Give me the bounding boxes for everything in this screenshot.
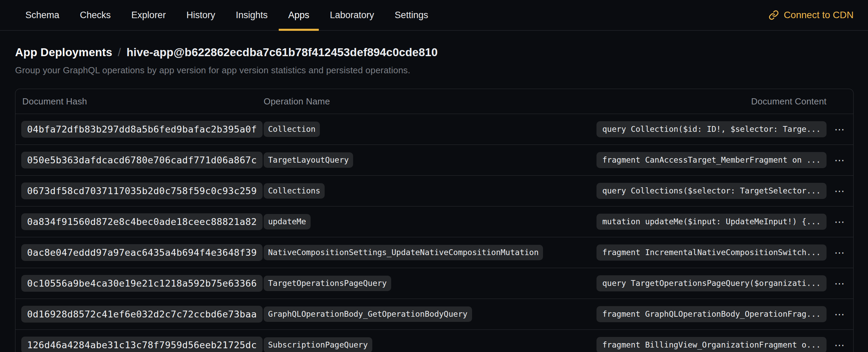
document-content: query Collection($id: ID!, $selector: Ta… — [596, 121, 827, 137]
tab-checks[interactable]: Checks — [70, 0, 120, 30]
row-menu-button[interactable]: ⋯ — [831, 215, 849, 229]
operation-name: GraphQLOperationBody_GetOperationBodyQue… — [264, 306, 472, 322]
breadcrumb-app-deployments[interactable]: App Deployments — [15, 46, 112, 59]
row-menu-button[interactable]: ⋯ — [831, 246, 849, 260]
ellipsis-icon: ⋯ — [834, 308, 845, 320]
ellipsis-icon: ⋯ — [834, 277, 845, 289]
table-row: 0c10556a9be4ca30e19e21c1218a592b75e63366… — [15, 268, 853, 299]
page-subtitle: Group your GraphQL operations by app ver… — [15, 65, 853, 76]
document-content: fragment GraphQLOperationBody_OperationF… — [596, 306, 827, 322]
table-row: 0673df58cd7037117035b2d0c758f59c0c93c259… — [15, 175, 853, 206]
tab-insights[interactable]: Insights — [226, 0, 277, 30]
ellipsis-icon: ⋯ — [834, 123, 845, 135]
operation-name: updateMe — [264, 214, 311, 229]
operation-name: Collections — [264, 183, 325, 199]
table-header-row: Document Hash Operation Name Document Co… — [15, 89, 853, 114]
column-header-operation-name: Operation Name — [264, 96, 587, 107]
ellipsis-icon: ⋯ — [834, 247, 845, 259]
table-row: 04bfa72dfb83b297dd8a5b6fed9bafac2b395a0f… — [15, 114, 853, 144]
document-hash: 0673df58cd7037117035b2d0c758f59c0c93c259 — [21, 183, 263, 199]
document-hash: 050e5b363dafdcacd6780e706cadf771d06a867c — [21, 152, 263, 168]
table-row: 0ac8e047eddd97a97eac6435a4b694f4e3648f39… — [15, 237, 853, 268]
link-icon — [769, 10, 779, 20]
table-row: 050e5b363dafdcacd6780e706cadf771d06a867c… — [15, 144, 853, 175]
page-head: App Deployments / hive-app@b622862ecdba7… — [0, 31, 868, 76]
connect-to-cdn-button[interactable]: Connect to CDN — [769, 0, 868, 30]
document-hash: 0d16928d8572c41ef6e032d2c7c72ccbd6e73baa — [21, 306, 263, 323]
tab-explorer[interactable]: Explorer — [122, 0, 176, 30]
document-hash: 0c10556a9be4ca30e19e21c1218a592b75e63366 — [21, 275, 263, 292]
table-row: 0d16928d8572c41ef6e032d2c7c72ccbd6e73baa… — [15, 299, 853, 329]
deployments-table: Document Hash Operation Name Document Co… — [15, 89, 854, 352]
document-content: fragment IncrementalNativeCompositionSwi… — [596, 244, 827, 261]
document-content: query TargetOperationsPageQuery($organiz… — [596, 275, 827, 291]
row-menu-button[interactable]: ⋯ — [831, 307, 849, 322]
breadcrumb: App Deployments / hive-app@b622862ecdba7… — [15, 46, 853, 59]
document-hash: 0ac8e047eddd97a97eac6435a4b694f4e3648f39 — [21, 244, 263, 261]
table-row: 126d46a4284abe31c13c78f7959d56eeb21725dc… — [15, 329, 853, 352]
ellipsis-icon: ⋯ — [834, 216, 845, 228]
table-row: 0a834f91560d872e8c4bec0ade18ceec88821a82… — [15, 206, 853, 237]
document-hash: 0a834f91560d872e8c4bec0ade18ceec88821a82 — [21, 213, 263, 230]
document-content: query Collections($selector: TargetSelec… — [596, 183, 827, 199]
nav-tabs: SchemaChecksExplorerHistoryInsightsAppsL… — [0, 0, 438, 30]
row-menu-button[interactable]: ⋯ — [831, 122, 849, 137]
ellipsis-icon: ⋯ — [834, 185, 845, 197]
operation-name: TargetOperationsPageQuery — [264, 276, 391, 291]
tab-settings[interactable]: Settings — [385, 0, 438, 30]
tab-schema[interactable]: Schema — [16, 0, 69, 30]
operation-name: TargetLayoutQuery — [264, 152, 353, 168]
main-content: App Deployments / hive-app@b622862ecdba7… — [0, 31, 868, 352]
operation-name: NativeCompositionSettings_UpdateNativeCo… — [264, 245, 543, 260]
row-menu-button[interactable]: ⋯ — [831, 276, 849, 291]
document-hash: 04bfa72dfb83b297dd8a5b6fed9bafac2b395a0f — [21, 121, 263, 138]
ellipsis-icon: ⋯ — [834, 339, 845, 351]
column-header-document-content: Document Content — [587, 96, 827, 107]
document-hash: 126d46a4284abe31c13c78f7959d56eeb21725dc — [21, 337, 263, 352]
breadcrumb-separator: / — [118, 46, 121, 59]
tab-laboratory[interactable]: Laboratory — [320, 0, 384, 30]
column-header-document-hash: Document Hash — [15, 96, 264, 107]
row-menu-button[interactable]: ⋯ — [831, 184, 849, 198]
row-menu-button[interactable]: ⋯ — [831, 338, 849, 352]
top-navigation-bar: SchemaChecksExplorerHistoryInsightsAppsL… — [0, 0, 868, 31]
operation-name: SubscriptionPageQuery — [264, 337, 372, 352]
document-content: fragment BillingView_OrganizationFragmen… — [596, 337, 827, 352]
tab-apps[interactable]: Apps — [279, 0, 319, 30]
document-content: mutation updateMe($input: UpdateMeInput!… — [596, 214, 827, 230]
tab-history[interactable]: History — [177, 0, 225, 30]
breadcrumb-current-deployment: hive-app@b622862ecdba7c61b78f412453def89… — [126, 46, 438, 59]
ellipsis-icon: ⋯ — [834, 154, 845, 166]
row-menu-button[interactable]: ⋯ — [831, 153, 849, 167]
table-body: 04bfa72dfb83b297dd8a5b6fed9bafac2b395a0f… — [15, 114, 853, 352]
operation-name: Collection — [264, 122, 320, 137]
connect-to-cdn-label: Connect to CDN — [784, 10, 854, 21]
document-content: fragment CanAccessTarget_MemberFragment … — [596, 152, 827, 168]
